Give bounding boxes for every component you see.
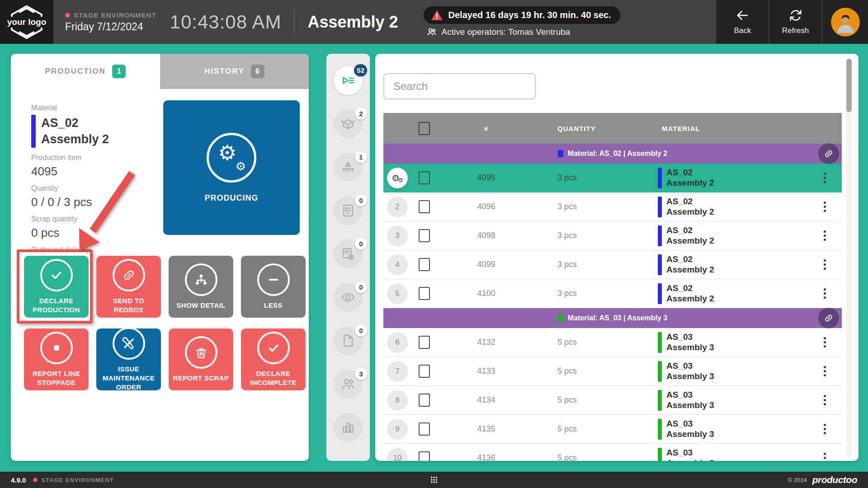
order-row-4096[interactable]: 240963 pcs AS_02 Assembly 2 (383, 192, 842, 221)
avatar-block[interactable] (821, 0, 868, 44)
order-material: AS_02 Assembly 2 (637, 197, 813, 217)
icon-rail: 522100003 (326, 54, 370, 461)
material-group-row: Material: AS_02 | Assembly 2 (383, 144, 842, 164)
stop-icon (40, 332, 73, 364)
scrollbar-track[interactable] (846, 59, 852, 456)
row-menu-kebab-icon[interactable] (816, 198, 834, 216)
row-menu-kebab-icon[interactable] (816, 449, 834, 461)
rail-item-eye[interactable]: 0 (334, 283, 363, 312)
order-material: AS_02 Assembly 2 (637, 283, 813, 304)
tab-production[interactable]: PRODUCTION 1 (11, 54, 160, 89)
rail-item-production-queue[interactable]: 52 (334, 66, 363, 95)
material-name: Assembly 3 (666, 400, 714, 411)
status-block: Delayed 16 days 19 hr. 30 min. 40 sec. A… (424, 0, 620, 44)
detail-tabs: PRODUCTION 1 HISTORY 6 (11, 54, 309, 89)
row-checkbox[interactable] (419, 287, 430, 300)
declare-production-button[interactable]: DECLARE PRODUCTION (24, 256, 89, 318)
row-menu-kebab-icon[interactable] (816, 285, 834, 303)
column-header-quantity: QUANTITY (533, 125, 637, 132)
order-row-4133[interactable]: 741335 pcs AS_03 Assembly 3 (383, 357, 842, 386)
producing-gears-icon: ⚙⚙ (387, 168, 408, 188)
row-menu-kebab-icon[interactable] (816, 362, 834, 380)
rail-item-box[interactable]: 2 (334, 109, 363, 138)
order-material: AS_03 Assembly 3 (637, 332, 813, 353)
material-code: AS_03 (666, 419, 714, 429)
row-menu-kebab-icon[interactable] (816, 256, 834, 274)
row-index-bubble: 4 (387, 254, 408, 275)
row-index-bubble: 9 (387, 419, 408, 440)
order-row-4132[interactable]: 641325 pcs AS_03 Assembly 3 (383, 328, 842, 357)
row-checkbox[interactable] (419, 258, 430, 271)
tab-history[interactable]: HISTORY 6 (160, 54, 309, 89)
material-name: Assembly 2 (666, 265, 714, 275)
row-menu-kebab-icon[interactable] (816, 333, 834, 352)
row-menu-kebab-icon[interactable] (816, 391, 834, 409)
back-button[interactable]: Back (716, 0, 769, 44)
group-link-button[interactable] (818, 143, 839, 164)
row-checkbox[interactable] (419, 365, 430, 378)
rail-badge: 52 (354, 64, 367, 76)
row-checkbox[interactable] (419, 394, 430, 407)
row-menu-kebab-icon[interactable] (816, 227, 834, 245)
rail-item-document-action[interactable]: 0 (334, 239, 363, 268)
refresh-button[interactable]: Refresh (769, 0, 821, 44)
active-operators-text: Active operators: Tomas Ventruba (442, 27, 571, 37)
show-detail-button[interactable]: SHOW DETAIL (169, 256, 233, 318)
order-row-4095[interactable]: ⚙⚙40953 pcs AS_02 Assembly 2 (383, 164, 842, 192)
material-color-bar (658, 254, 662, 275)
order-number: 4132 (440, 338, 533, 347)
declare-incomplete-button[interactable]: DECLARE INCOMPLETE (241, 328, 306, 390)
order-row-4099[interactable]: 440993 pcs AS_02 Assembly 2 (383, 250, 842, 279)
quantity-value: 0 / 0 / 3 pcs (31, 195, 162, 209)
environment-label: STAGE ENVIRONMENT (74, 11, 156, 19)
row-checkbox[interactable] (419, 229, 430, 242)
row-checkbox[interactable] (419, 336, 430, 349)
row-checkbox[interactable] (419, 171, 430, 184)
producing-status-tile[interactable]: ⚙⚙ PRODUCING (163, 100, 300, 235)
material-name: Assembly 3 (666, 343, 714, 353)
apps-grid-button[interactable] (430, 476, 438, 484)
order-row-4136[interactable]: 1041365 pcs AS_03 Assembly 3 (383, 444, 842, 461)
send-to-redbox-button[interactable]: SEND TO REDBOX (96, 256, 161, 318)
order-row-4100[interactable]: 541003 pcs AS_02 Assembly 2 (383, 279, 842, 308)
top-header: your logo STAGE ENVIRONMENT Friday 7/12/… (0, 0, 868, 44)
rail-item-file[interactable]: 0 (334, 326, 363, 355)
order-row-4135[interactable]: 941355 pcs AS_03 Assembly 3 (383, 415, 842, 444)
row-checkbox[interactable] (419, 451, 430, 461)
report-line-stoppage-button[interactable]: REPORT LINE STOPPAGE (24, 328, 89, 390)
scrollbar-thumb[interactable] (846, 59, 852, 112)
less-button[interactable]: LESS (241, 256, 306, 318)
group-color-swatch (558, 150, 563, 157)
rail-badge: 3 (355, 368, 367, 380)
search-input[interactable] (383, 73, 536, 99)
material-code: AS_02 (41, 115, 109, 131)
row-checkbox[interactable] (419, 422, 430, 436)
order-row-4098[interactable]: 340983 pcs AS_02 Assembly 2 (383, 221, 842, 250)
report-scrap-button[interactable]: REPORT SCRAP (169, 328, 233, 390)
check-circle-icon (257, 332, 290, 364)
select-all-checkbox[interactable] (419, 122, 430, 135)
issue-maintenance-order-button[interactable]: ISSUE MAINTENANCE ORDER (96, 328, 161, 390)
orders-table: # QUANTITY MATERIAL Material: AS_02 | As… (383, 113, 842, 461)
report-scrap-label: REPORT SCRAP (173, 374, 229, 383)
tab-production-count: 1 (112, 65, 126, 78)
rail-item-operators[interactable]: 3 (334, 370, 363, 399)
material-code: AS_02 (666, 197, 714, 207)
material-color-bar (658, 283, 662, 304)
order-row-4134[interactable]: 841345 pcs AS_03 Assembly 3 (383, 386, 842, 415)
environment-block: STAGE ENVIRONMENT Friday 7/12/2024 (53, 0, 156, 44)
row-menu-kebab-icon[interactable] (816, 169, 834, 187)
order-material: AS_02 Assembly 2 (637, 225, 813, 246)
row-index-bubble: 5 (387, 283, 408, 304)
row-checkbox[interactable] (419, 200, 430, 213)
material-color-bar (31, 115, 36, 148)
material-name: Assembly 3 (666, 458, 714, 461)
clock: 10:43:08 AM (170, 0, 282, 44)
group-link-button[interactable] (818, 308, 839, 328)
back-button-label: Back (734, 26, 751, 35)
rail-item-bar-chart[interactable] (334, 413, 363, 442)
rail-item-line-warning[interactable]: 1 (334, 153, 363, 182)
rail-item-checklist[interactable]: 0 (334, 196, 363, 225)
production-item-value: 4095 (31, 164, 162, 178)
row-menu-kebab-icon[interactable] (816, 420, 834, 438)
